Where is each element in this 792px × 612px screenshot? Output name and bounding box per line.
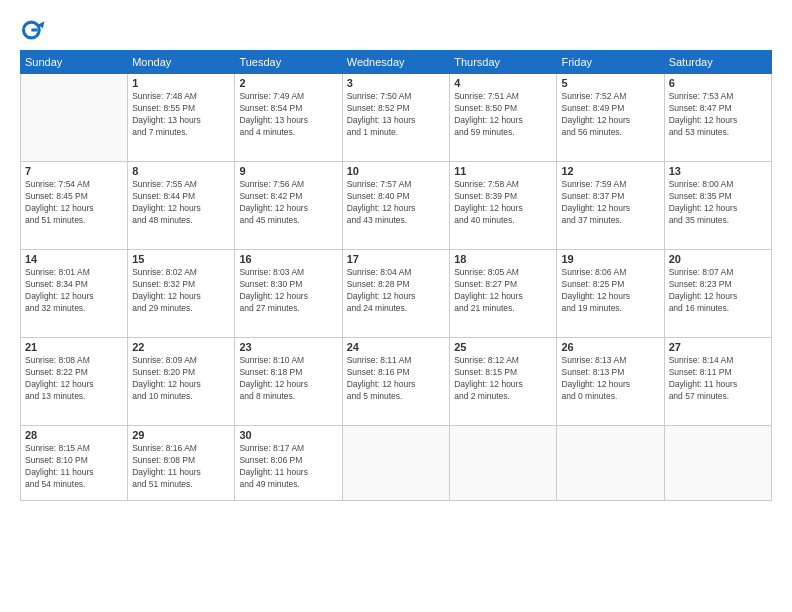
day-info: Sunrise: 8:02 AM Sunset: 8:32 PM Dayligh… bbox=[132, 267, 230, 315]
day-number: 5 bbox=[561, 77, 659, 89]
day-number: 22 bbox=[132, 341, 230, 353]
calendar-cell: 2Sunrise: 7:49 AM Sunset: 8:54 PM Daylig… bbox=[235, 74, 342, 162]
day-info: Sunrise: 7:57 AM Sunset: 8:40 PM Dayligh… bbox=[347, 179, 445, 227]
day-info: Sunrise: 8:06 AM Sunset: 8:25 PM Dayligh… bbox=[561, 267, 659, 315]
calendar-cell: 30Sunrise: 8:17 AM Sunset: 8:06 PM Dayli… bbox=[235, 426, 342, 501]
day-number: 24 bbox=[347, 341, 445, 353]
calendar-cell: 19Sunrise: 8:06 AM Sunset: 8:25 PM Dayli… bbox=[557, 250, 664, 338]
day-number: 10 bbox=[347, 165, 445, 177]
day-number: 17 bbox=[347, 253, 445, 265]
day-info: Sunrise: 7:50 AM Sunset: 8:52 PM Dayligh… bbox=[347, 91, 445, 139]
calendar-cell: 12Sunrise: 7:59 AM Sunset: 8:37 PM Dayli… bbox=[557, 162, 664, 250]
calendar-week-4: 21Sunrise: 8:08 AM Sunset: 8:22 PM Dayli… bbox=[21, 338, 772, 426]
calendar-cell: 1Sunrise: 7:48 AM Sunset: 8:55 PM Daylig… bbox=[128, 74, 235, 162]
weekday-header-thursday: Thursday bbox=[450, 51, 557, 74]
day-number: 13 bbox=[669, 165, 767, 177]
day-info: Sunrise: 8:16 AM Sunset: 8:08 PM Dayligh… bbox=[132, 443, 230, 491]
day-info: Sunrise: 8:04 AM Sunset: 8:28 PM Dayligh… bbox=[347, 267, 445, 315]
calendar-cell: 26Sunrise: 8:13 AM Sunset: 8:13 PM Dayli… bbox=[557, 338, 664, 426]
calendar-cell: 9Sunrise: 7:56 AM Sunset: 8:42 PM Daylig… bbox=[235, 162, 342, 250]
day-number: 7 bbox=[25, 165, 123, 177]
calendar-cell: 5Sunrise: 7:52 AM Sunset: 8:49 PM Daylig… bbox=[557, 74, 664, 162]
calendar-week-2: 7Sunrise: 7:54 AM Sunset: 8:45 PM Daylig… bbox=[21, 162, 772, 250]
day-info: Sunrise: 8:03 AM Sunset: 8:30 PM Dayligh… bbox=[239, 267, 337, 315]
day-number: 28 bbox=[25, 429, 123, 441]
day-number: 18 bbox=[454, 253, 552, 265]
calendar-cell: 13Sunrise: 8:00 AM Sunset: 8:35 PM Dayli… bbox=[664, 162, 771, 250]
day-number: 26 bbox=[561, 341, 659, 353]
day-info: Sunrise: 7:54 AM Sunset: 8:45 PM Dayligh… bbox=[25, 179, 123, 227]
calendar-cell bbox=[21, 74, 128, 162]
day-number: 30 bbox=[239, 429, 337, 441]
day-info: Sunrise: 7:55 AM Sunset: 8:44 PM Dayligh… bbox=[132, 179, 230, 227]
day-number: 29 bbox=[132, 429, 230, 441]
day-info: Sunrise: 7:52 AM Sunset: 8:49 PM Dayligh… bbox=[561, 91, 659, 139]
header bbox=[20, 16, 772, 44]
calendar-cell: 10Sunrise: 7:57 AM Sunset: 8:40 PM Dayli… bbox=[342, 162, 449, 250]
calendar-cell: 29Sunrise: 8:16 AM Sunset: 8:08 PM Dayli… bbox=[128, 426, 235, 501]
day-info: Sunrise: 8:08 AM Sunset: 8:22 PM Dayligh… bbox=[25, 355, 123, 403]
day-number: 4 bbox=[454, 77, 552, 89]
weekday-header-sunday: Sunday bbox=[21, 51, 128, 74]
day-number: 12 bbox=[561, 165, 659, 177]
calendar-cell: 4Sunrise: 7:51 AM Sunset: 8:50 PM Daylig… bbox=[450, 74, 557, 162]
calendar-cell: 18Sunrise: 8:05 AM Sunset: 8:27 PM Dayli… bbox=[450, 250, 557, 338]
day-info: Sunrise: 8:05 AM Sunset: 8:27 PM Dayligh… bbox=[454, 267, 552, 315]
day-number: 19 bbox=[561, 253, 659, 265]
calendar-cell: 7Sunrise: 7:54 AM Sunset: 8:45 PM Daylig… bbox=[21, 162, 128, 250]
calendar-cell: 23Sunrise: 8:10 AM Sunset: 8:18 PM Dayli… bbox=[235, 338, 342, 426]
calendar-cell: 15Sunrise: 8:02 AM Sunset: 8:32 PM Dayli… bbox=[128, 250, 235, 338]
day-info: Sunrise: 7:48 AM Sunset: 8:55 PM Dayligh… bbox=[132, 91, 230, 139]
calendar-cell: 17Sunrise: 8:04 AM Sunset: 8:28 PM Dayli… bbox=[342, 250, 449, 338]
day-number: 15 bbox=[132, 253, 230, 265]
weekday-header-row: SundayMondayTuesdayWednesdayThursdayFrid… bbox=[21, 51, 772, 74]
day-info: Sunrise: 7:56 AM Sunset: 8:42 PM Dayligh… bbox=[239, 179, 337, 227]
day-info: Sunrise: 8:12 AM Sunset: 8:15 PM Dayligh… bbox=[454, 355, 552, 403]
weekday-header-friday: Friday bbox=[557, 51, 664, 74]
weekday-header-wednesday: Wednesday bbox=[342, 51, 449, 74]
calendar-week-5: 28Sunrise: 8:15 AM Sunset: 8:10 PM Dayli… bbox=[21, 426, 772, 501]
calendar-cell: 28Sunrise: 8:15 AM Sunset: 8:10 PM Dayli… bbox=[21, 426, 128, 501]
day-number: 20 bbox=[669, 253, 767, 265]
logo bbox=[20, 16, 52, 44]
day-info: Sunrise: 8:11 AM Sunset: 8:16 PM Dayligh… bbox=[347, 355, 445, 403]
calendar-cell: 8Sunrise: 7:55 AM Sunset: 8:44 PM Daylig… bbox=[128, 162, 235, 250]
day-info: Sunrise: 7:58 AM Sunset: 8:39 PM Dayligh… bbox=[454, 179, 552, 227]
day-number: 25 bbox=[454, 341, 552, 353]
calendar-cell bbox=[342, 426, 449, 501]
calendar-cell: 20Sunrise: 8:07 AM Sunset: 8:23 PM Dayli… bbox=[664, 250, 771, 338]
calendar-cell bbox=[450, 426, 557, 501]
day-number: 14 bbox=[25, 253, 123, 265]
day-info: Sunrise: 7:51 AM Sunset: 8:50 PM Dayligh… bbox=[454, 91, 552, 139]
calendar-table: SundayMondayTuesdayWednesdayThursdayFrid… bbox=[20, 50, 772, 501]
calendar-cell bbox=[664, 426, 771, 501]
day-number: 27 bbox=[669, 341, 767, 353]
calendar-cell: 25Sunrise: 8:12 AM Sunset: 8:15 PM Dayli… bbox=[450, 338, 557, 426]
day-info: Sunrise: 8:09 AM Sunset: 8:20 PM Dayligh… bbox=[132, 355, 230, 403]
day-info: Sunrise: 8:13 AM Sunset: 8:13 PM Dayligh… bbox=[561, 355, 659, 403]
day-info: Sunrise: 8:01 AM Sunset: 8:34 PM Dayligh… bbox=[25, 267, 123, 315]
day-number: 2 bbox=[239, 77, 337, 89]
logo-icon bbox=[20, 16, 48, 44]
calendar-cell: 22Sunrise: 8:09 AM Sunset: 8:20 PM Dayli… bbox=[128, 338, 235, 426]
day-info: Sunrise: 8:17 AM Sunset: 8:06 PM Dayligh… bbox=[239, 443, 337, 491]
day-number: 16 bbox=[239, 253, 337, 265]
weekday-header-saturday: Saturday bbox=[664, 51, 771, 74]
weekday-header-tuesday: Tuesday bbox=[235, 51, 342, 74]
day-info: Sunrise: 8:00 AM Sunset: 8:35 PM Dayligh… bbox=[669, 179, 767, 227]
calendar-cell bbox=[557, 426, 664, 501]
day-info: Sunrise: 8:10 AM Sunset: 8:18 PM Dayligh… bbox=[239, 355, 337, 403]
calendar-cell: 27Sunrise: 8:14 AM Sunset: 8:11 PM Dayli… bbox=[664, 338, 771, 426]
day-number: 11 bbox=[454, 165, 552, 177]
calendar-cell: 16Sunrise: 8:03 AM Sunset: 8:30 PM Dayli… bbox=[235, 250, 342, 338]
calendar-cell: 11Sunrise: 7:58 AM Sunset: 8:39 PM Dayli… bbox=[450, 162, 557, 250]
day-number: 3 bbox=[347, 77, 445, 89]
day-info: Sunrise: 7:49 AM Sunset: 8:54 PM Dayligh… bbox=[239, 91, 337, 139]
calendar-cell: 14Sunrise: 8:01 AM Sunset: 8:34 PM Dayli… bbox=[21, 250, 128, 338]
day-number: 8 bbox=[132, 165, 230, 177]
day-number: 6 bbox=[669, 77, 767, 89]
day-info: Sunrise: 7:53 AM Sunset: 8:47 PM Dayligh… bbox=[669, 91, 767, 139]
calendar-cell: 6Sunrise: 7:53 AM Sunset: 8:47 PM Daylig… bbox=[664, 74, 771, 162]
weekday-header-monday: Monday bbox=[128, 51, 235, 74]
day-number: 23 bbox=[239, 341, 337, 353]
